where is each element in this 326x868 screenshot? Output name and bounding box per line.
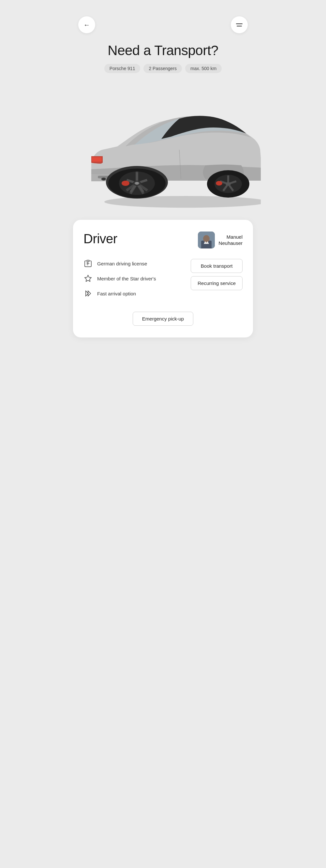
feature-license: German driving license (84, 259, 184, 268)
emergency-pickup-button[interactable]: Emergency pick-up (133, 312, 193, 326)
title-section: Need a Transport? Porsche 911 2 Passenge… (65, 40, 261, 80)
recurring-service-button[interactable]: Recurring service (191, 276, 242, 290)
driver-section-title: Driver (84, 231, 117, 246)
book-transport-button[interactable]: Book transport (191, 259, 242, 273)
driver-features: German driving license Member of the Sta… (84, 259, 184, 298)
svg-point-35 (226, 182, 231, 186)
clipboard-icon (84, 259, 93, 268)
star-icon (84, 274, 93, 283)
actions-column: Book transport Recurring service (191, 259, 242, 290)
star-text: Member of the Star driver's (97, 276, 156, 281)
svg-point-26 (135, 182, 139, 185)
driver-name: ManuelNeuhauser (219, 234, 242, 247)
svg-rect-39 (87, 260, 89, 261)
svg-rect-2 (92, 157, 102, 162)
header: ← (65, 0, 261, 40)
features-column: German driving license Member of the Sta… (84, 259, 184, 307)
menu-button[interactable] (231, 16, 248, 33)
car-model-tag: Porsche 911 (104, 64, 140, 73)
page-wrapper: ← Need a Transport? Porsche 911 2 Passen… (65, 0, 261, 868)
passengers-tag: 2 Passengers (143, 64, 182, 73)
driver-card: Driver (73, 220, 253, 338)
back-arrow-icon: ← (84, 21, 90, 29)
back-button[interactable]: ← (78, 16, 95, 33)
avatar-image (198, 231, 215, 248)
bottom-section: Emergency pick-up (84, 312, 242, 326)
page-title: Need a Transport? (78, 43, 248, 58)
forward-icon (84, 289, 93, 298)
svg-marker-42 (85, 275, 91, 281)
car-image-section (65, 86, 261, 210)
distance-tag: max. 500 km (185, 64, 222, 73)
feature-star: Member of the Star driver's (84, 274, 184, 283)
card-layout: German driving license Member of the Sta… (84, 259, 242, 307)
car-illustration (65, 86, 261, 210)
svg-point-23 (122, 181, 129, 186)
fast-text: Fast arrival option (97, 291, 136, 297)
svg-point-34 (216, 181, 222, 186)
tags-row: Porsche 911 2 Passengers max. 500 km (78, 64, 248, 73)
license-text: German driving license (97, 261, 147, 267)
avatar (198, 231, 215, 248)
hamburger-icon (236, 24, 242, 26)
avatar-svg (198, 231, 215, 248)
svg-point-5 (102, 178, 106, 180)
driver-card-header: Driver (84, 231, 242, 248)
driver-info: ManuelNeuhauser (198, 231, 242, 248)
svg-point-38 (203, 235, 209, 242)
feature-fast: Fast arrival option (84, 289, 184, 298)
